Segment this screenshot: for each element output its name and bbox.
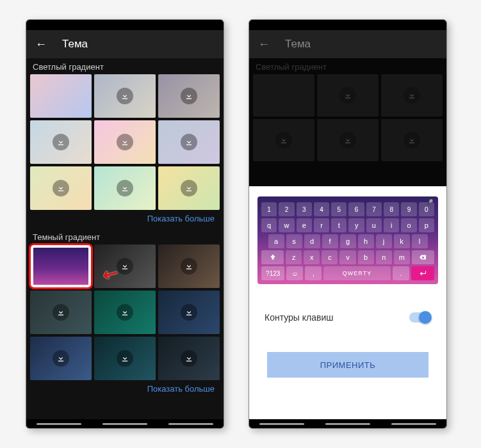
key-f[interactable]: f bbox=[322, 234, 338, 248]
key-emoji[interactable]: ☺ bbox=[286, 266, 303, 280]
key-a[interactable]: a bbox=[268, 234, 284, 248]
key-v[interactable]: v bbox=[339, 250, 355, 264]
page-title: Тема bbox=[285, 38, 311, 51]
theme-tile[interactable] bbox=[94, 74, 156, 118]
theme-tile[interactable] bbox=[158, 291, 220, 334]
key-backspace[interactable] bbox=[412, 250, 434, 264]
download-icon bbox=[53, 134, 69, 150]
download-icon bbox=[117, 350, 133, 367]
key-4[interactable]: 4 bbox=[314, 202, 329, 216]
theme-tile[interactable] bbox=[94, 120, 156, 164]
key-8[interactable]: 8 bbox=[384, 202, 399, 216]
key-r[interactable]: r bbox=[314, 218, 329, 232]
key-z[interactable]: z bbox=[286, 250, 302, 264]
download-icon bbox=[53, 350, 69, 367]
key-borders-row: Контуры клавиш bbox=[258, 312, 437, 323]
key-comma[interactable]: , bbox=[305, 266, 322, 280]
theme-tile[interactable] bbox=[158, 166, 220, 210]
status-bar bbox=[26, 20, 224, 30]
mic-icon: 🎤 bbox=[425, 199, 433, 206]
key-period[interactable]: . bbox=[393, 266, 409, 280]
key-n[interactable]: n bbox=[376, 250, 392, 264]
key-enter[interactable] bbox=[411, 266, 434, 280]
theme-tile[interactable] bbox=[158, 244, 220, 288]
phone-right: ← Тема Светлый градиент 🎤 1234567890 qwe… bbox=[249, 19, 447, 429]
keyboard-row-2: asdfghjkl bbox=[261, 234, 434, 248]
key-m[interactable]: m bbox=[394, 250, 410, 264]
key-b[interactable]: b bbox=[358, 250, 374, 264]
key-k[interactable]: k bbox=[394, 234, 410, 248]
key-space[interactable]: QWERTY bbox=[323, 266, 390, 280]
theme-tile[interactable] bbox=[30, 166, 92, 210]
download-icon bbox=[53, 304, 69, 321]
theme-tile[interactable] bbox=[30, 291, 92, 334]
theme-tile[interactable] bbox=[30, 337, 92, 380]
key-1[interactable]: 1 bbox=[261, 202, 277, 216]
key-p[interactable]: p bbox=[419, 218, 434, 232]
app-bar: ← Тема bbox=[249, 30, 446, 58]
key-symbols[interactable]: ?123 bbox=[261, 266, 284, 280]
content-area: Светлый градиент 🎤 1234567890 qwertyuiop… bbox=[249, 58, 446, 428]
download-icon bbox=[181, 88, 197, 104]
dark-gradient-grid bbox=[26, 244, 224, 380]
theme-tile[interactable] bbox=[30, 74, 92, 118]
back-icon[interactable]: ← bbox=[258, 38, 270, 51]
navigation-bar bbox=[249, 419, 446, 428]
download-icon bbox=[117, 134, 133, 150]
theme-preview-sheet: 🎤 1234567890 qwertyuiop asdfghjkl zxcvbn… bbox=[249, 186, 446, 428]
download-icon bbox=[181, 304, 197, 321]
content-area: Светлый градиент Показать больше Темный … bbox=[26, 58, 224, 428]
key-y[interactable]: y bbox=[348, 218, 364, 232]
key-l[interactable]: l bbox=[412, 234, 428, 248]
theme-tile[interactable] bbox=[158, 337, 220, 380]
key-borders-toggle[interactable] bbox=[409, 312, 431, 323]
key-w[interactable]: w bbox=[279, 218, 294, 232]
key-u[interactable]: u bbox=[366, 218, 382, 232]
show-more-light[interactable]: Показать больше bbox=[26, 210, 224, 228]
download-icon bbox=[181, 180, 197, 196]
key-g[interactable]: g bbox=[340, 234, 356, 248]
key-2[interactable]: 2 bbox=[279, 202, 294, 216]
key-h[interactable]: h bbox=[358, 234, 374, 248]
section-title-dark: Темный градиент bbox=[26, 228, 224, 244]
download-icon bbox=[53, 180, 69, 196]
key-q[interactable]: q bbox=[261, 218, 277, 232]
status-bar bbox=[249, 20, 446, 30]
apply-button[interactable]: ПРИМЕНИТЬ bbox=[267, 352, 428, 378]
theme-tile[interactable] bbox=[94, 166, 156, 210]
section-title-light: Светлый градиент bbox=[26, 58, 224, 74]
download-icon bbox=[181, 258, 197, 275]
key-6[interactable]: 6 bbox=[348, 202, 364, 216]
key-borders-label: Контуры клавиш bbox=[265, 312, 334, 323]
theme-tile[interactable] bbox=[30, 120, 92, 164]
key-s[interactable]: s bbox=[286, 234, 302, 248]
key-t[interactable]: t bbox=[331, 218, 346, 232]
theme-tile[interactable] bbox=[158, 120, 220, 164]
key-j[interactable]: j bbox=[376, 234, 392, 248]
key-9[interactable]: 9 bbox=[401, 202, 416, 216]
theme-tile[interactable] bbox=[94, 244, 156, 288]
download-icon bbox=[181, 134, 197, 150]
back-icon[interactable]: ← bbox=[35, 38, 47, 51]
download-icon bbox=[117, 180, 133, 196]
theme-tile[interactable] bbox=[94, 337, 156, 380]
page-title: Тема bbox=[62, 38, 88, 51]
theme-tile-selected[interactable] bbox=[30, 244, 92, 288]
light-gradient-grid bbox=[26, 74, 224, 210]
download-icon bbox=[181, 350, 197, 367]
key-d[interactable]: d bbox=[304, 234, 320, 248]
key-5[interactable]: 5 bbox=[331, 202, 346, 216]
theme-tile[interactable] bbox=[158, 74, 220, 118]
keyboard-preview: 🎤 1234567890 qwertyuiop asdfghjkl zxcvbn… bbox=[257, 196, 438, 284]
theme-tile[interactable] bbox=[94, 291, 156, 334]
key-3[interactable]: 3 bbox=[297, 202, 312, 216]
key-o[interactable]: o bbox=[401, 218, 416, 232]
keyboard-row-num: 1234567890 bbox=[261, 202, 434, 216]
key-e[interactable]: e bbox=[297, 218, 312, 232]
key-c[interactable]: c bbox=[322, 250, 338, 264]
key-x[interactable]: x bbox=[304, 250, 320, 264]
show-more-dark[interactable]: Показать больше bbox=[26, 380, 224, 399]
key-7[interactable]: 7 bbox=[366, 202, 382, 216]
key-i[interactable]: i bbox=[384, 218, 399, 232]
key-shift[interactable] bbox=[261, 250, 284, 264]
